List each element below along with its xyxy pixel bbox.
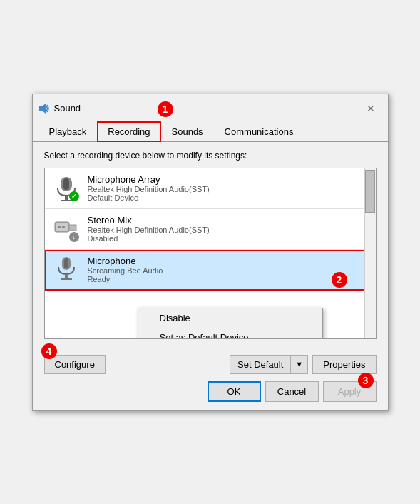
device-status-3: Ready (88, 275, 369, 283)
tab-recording[interactable]: Recording (97, 121, 160, 142)
device-icon-microphone (52, 256, 81, 284)
tab-communications[interactable]: Communications (214, 121, 304, 142)
cancel-button[interactable]: Cancel (265, 381, 319, 402)
svg-rect-4 (65, 196, 68, 200)
speaker-icon (39, 103, 50, 114)
dialog-title: Sound (54, 103, 81, 114)
annotation-2: 2 (332, 272, 347, 288)
device-item-microphone[interactable]: Microphone Screaming Bee Audio Ready (45, 250, 376, 291)
device-name-3: Microphone (88, 256, 369, 266)
svg-point-9 (62, 226, 65, 228)
title-bar: Sound ✕ (33, 94, 388, 121)
device-item-microphone-array[interactable]: ✓ Microphone Array Realtek High Definiti… (45, 168, 376, 209)
svg-rect-13 (65, 274, 68, 278)
tab-sounds[interactable]: Sounds (161, 121, 214, 142)
ok-cancel-row: OK Cancel Apply (33, 381, 388, 410)
svg-rect-10 (69, 225, 76, 231)
device-driver-1: Realtek High Definition Audio(SST) (88, 185, 369, 193)
device-icon-microphone-array: ✓ (52, 174, 81, 203)
device-info-stereo-mix: Stereo Mix Realtek High Definition Audio… (88, 215, 369, 243)
device-driver-2: Realtek High Definition Audio(SST) (88, 226, 369, 234)
svg-rect-0 (39, 106, 42, 111)
svg-marker-1 (42, 104, 46, 114)
svg-point-8 (58, 226, 61, 228)
device-driver-3: Screaming Bee Audio (88, 266, 369, 275)
set-default-group: Set Default ▼ (230, 355, 308, 374)
svg-rect-12 (64, 258, 68, 268)
device-status-2: Disabled (88, 234, 369, 243)
svg-rect-3 (63, 178, 69, 190)
device-badge-grey: ↓ (69, 232, 79, 242)
svg-rect-14 (61, 278, 72, 280)
menu-item-disable[interactable]: Disable (138, 308, 322, 328)
device-item-stereo-mix[interactable]: ↓ Stereo Mix Realtek High Definition Aud… (45, 209, 376, 250)
device-icon-stereo-mix: ↓ (52, 215, 81, 243)
context-menu: Disable Set as Default Device Set as Def… (138, 308, 323, 339)
tab-playback[interactable]: Playback (39, 121, 98, 142)
tab-bar: Playback Recording Sounds Communications (33, 121, 388, 142)
set-default-arrow[interactable]: ▼ (291, 356, 307, 373)
device-badge-green: ✓ (69, 191, 79, 201)
annotation-3: 3 (358, 373, 374, 388)
instruction-text: Select a recording device below to modif… (44, 151, 377, 161)
ok-button[interactable]: OK (208, 381, 261, 402)
device-name-2: Stereo Mix (88, 215, 369, 226)
annotation-1: 1 (158, 101, 173, 117)
device-status-1: Default Device (88, 193, 369, 202)
scrollbar[interactable] (364, 168, 376, 338)
properties-button[interactable]: Properties (312, 355, 376, 374)
device-info-microphone-array: Microphone Array Realtek High Definition… (88, 174, 369, 202)
menu-item-set-default[interactable]: Set as Default Device (138, 328, 322, 339)
device-info-microphone: Microphone Screaming Bee Audio Ready (88, 256, 369, 283)
set-default-button[interactable]: Set Default (230, 356, 291, 373)
dialog-content: Select a recording device below to modif… (33, 142, 388, 348)
sound-dialog: Sound ✕ 1 Playback Recording Sounds Comm… (32, 94, 389, 411)
bottom-buttons: Configure Set Default ▼ Properties (33, 348, 388, 381)
close-button[interactable]: ✕ (362, 100, 379, 117)
device-list: ✓ Microphone Array Realtek High Definiti… (44, 168, 377, 339)
annotation-4: 4 (41, 343, 57, 359)
device-name-1: Microphone Array (88, 174, 369, 185)
